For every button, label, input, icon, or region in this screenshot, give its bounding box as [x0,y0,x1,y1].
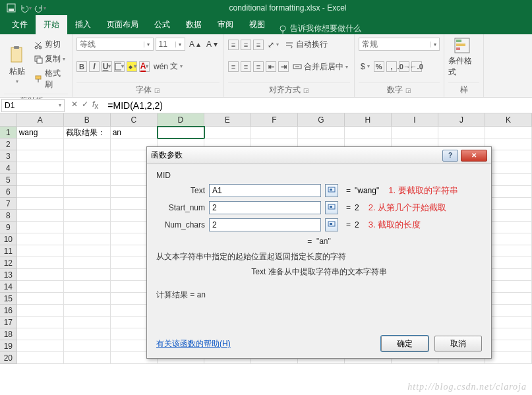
col-header[interactable]: F [251,113,298,126]
row-header[interactable]: 4 [0,162,17,174]
cell[interactable] [485,198,532,210]
tab-home[interactable]: 开始 [36,15,67,34]
row-header[interactable]: 16 [0,305,17,317]
align-left-icon[interactable]: ≡ [228,61,239,72]
cell[interactable] [485,293,532,305]
row-header[interactable]: 11 [0,245,17,257]
cell[interactable] [485,233,532,245]
cell[interactable] [392,127,438,138]
cancel-formula-icon[interactable]: ✕ [71,100,78,111]
tab-layout[interactable]: 页面布局 [99,15,146,34]
cell[interactable] [17,328,64,340]
cell[interactable] [64,305,111,317]
cell[interactable] [158,127,204,138]
cell[interactable] [17,222,64,233]
ref-select-icon[interactable] [325,201,338,214]
save-icon[interactable] [5,2,17,14]
row-header[interactable]: 1 [0,127,17,138]
number-format-combo[interactable]: 常规▾ [359,38,440,51]
col-header[interactable]: J [438,113,485,126]
tab-formulas[interactable]: 公式 [146,15,178,34]
ok-button[interactable]: 确定 [381,336,429,351]
cell[interactable] [17,150,64,162]
row-header[interactable]: 18 [0,328,17,340]
cell[interactable] [485,186,532,198]
numchars-input[interactable] [209,218,321,231]
cell[interactable] [485,281,532,293]
cell[interactable] [17,198,64,210]
cell[interactable] [64,281,111,293]
col-header[interactable]: D [158,113,204,126]
cell[interactable] [64,317,111,328]
tab-review[interactable]: 审阅 [210,15,241,34]
row-header[interactable]: 7 [0,198,17,210]
cell[interactable] [17,269,64,281]
tab-file[interactable]: 文件 [4,15,36,34]
startnum-input[interactable] [209,201,321,214]
cell[interactable] [485,127,532,138]
row-header[interactable]: 6 [0,186,17,198]
row-header[interactable]: 8 [0,210,17,222]
cell[interactable] [17,245,64,257]
cell[interactable] [17,174,64,186]
ref-select-icon[interactable] [325,218,338,231]
align-bottom-icon[interactable]: ≡ [253,40,264,50]
cell[interactable] [17,138,64,150]
align-right-icon[interactable]: ≡ [253,61,264,72]
cell[interactable] [64,222,111,233]
cell[interactable] [17,186,64,198]
cell[interactable] [485,150,532,162]
col-header[interactable]: H [345,113,392,126]
cell[interactable] [485,257,532,269]
ref-select-icon[interactable] [325,184,338,197]
col-header[interactable]: A [17,113,64,126]
cell[interactable] [438,127,485,138]
cell[interactable] [485,174,532,186]
tab-data[interactable]: 数据 [178,15,210,34]
font-size-combo[interactable]: 11▾ [156,38,185,51]
help-button[interactable]: ? [442,150,458,162]
cut-button[interactable]: 剪切 [32,38,68,51]
cell[interactable] [64,352,111,364]
comma-icon[interactable]: , [386,61,397,72]
cell[interactable] [64,174,111,186]
increase-font-icon[interactable]: A▴ [187,38,202,50]
cell[interactable] [64,186,111,198]
merge-button[interactable]: 合并后居中▾ [291,60,350,74]
cell[interactable]: wang [17,127,64,138]
cell[interactable] [298,127,345,138]
redo-icon[interactable]: ▾ [34,2,46,14]
text-input[interactable] [209,184,321,197]
row-header[interactable]: 2 [0,138,17,150]
cell[interactable] [485,162,532,174]
fill-color-button[interactable]: ▾ [127,61,137,72]
paste-button[interactable]: 粘贴▾ [4,45,30,84]
tell-me[interactable]: 告诉我你想要做什么 [273,23,367,34]
help-link[interactable]: 有关该函数的帮助(H) [156,338,231,349]
cell[interactable] [17,352,64,364]
cell[interactable] [204,127,251,138]
cell[interactable] [17,162,64,174]
align-center-icon[interactable]: ≡ [241,61,251,72]
format-painter-button[interactable]: 格式刷 [32,67,68,92]
cell[interactable] [485,245,532,257]
cell[interactable] [485,328,532,340]
conditional-format-button[interactable]: 条件格式 [448,37,476,78]
italic-button[interactable]: I [89,61,100,72]
undo-icon[interactable]: ▾ [20,2,32,14]
cell[interactable] [64,162,111,174]
cell[interactable] [64,257,111,269]
cell[interactable] [345,127,392,138]
decrease-font-icon[interactable]: A▾ [204,38,220,50]
col-header[interactable]: B [64,113,111,126]
enter-formula-icon[interactable]: ✓ [82,100,88,111]
cell[interactable] [251,127,298,138]
cell[interactable] [64,340,111,352]
cell[interactable] [17,317,64,328]
name-box[interactable]: D1▾ [1,99,65,112]
cell[interactable] [64,138,111,150]
cell[interactable] [485,210,532,222]
cell[interactable] [485,305,532,317]
cell[interactable] [485,340,532,352]
cell[interactable] [17,281,64,293]
